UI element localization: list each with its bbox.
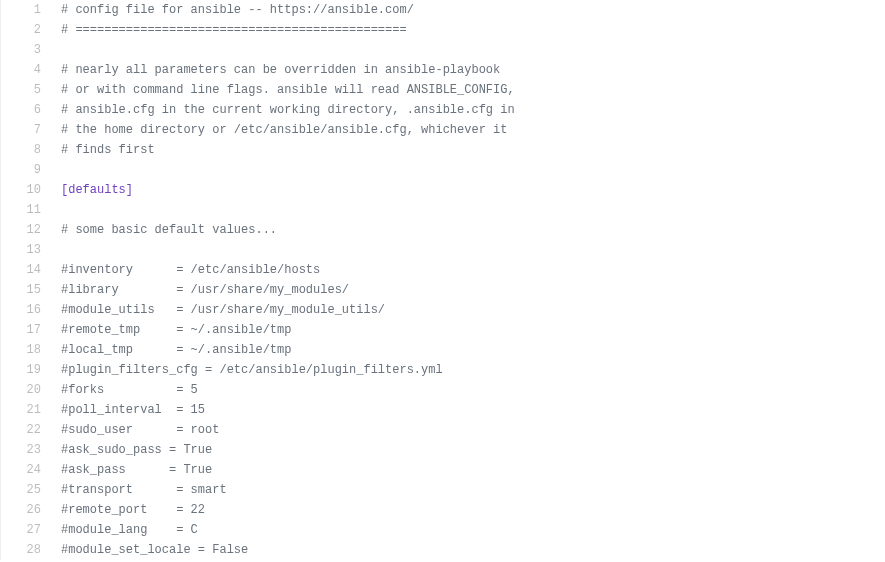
- line-content: #poll_interval = 15: [51, 400, 885, 420]
- line-content: [51, 200, 885, 220]
- code-line: 5# or with command line flags. ansible w…: [1, 80, 885, 100]
- line-number: 7: [1, 120, 51, 140]
- line-content: [51, 240, 885, 260]
- ini-comment: # the home directory or /etc/ansible/ans…: [61, 123, 507, 137]
- line-content: # some basic default values...: [51, 220, 885, 240]
- ini-comment: #remote_tmp = ~/.ansible/tmp: [61, 323, 291, 337]
- ini-comment: #inventory = /etc/ansible/hosts: [61, 263, 320, 277]
- code-line: 14#inventory = /etc/ansible/hosts: [1, 260, 885, 280]
- line-content: #local_tmp = ~/.ansible/tmp: [51, 340, 885, 360]
- line-number: 13: [1, 240, 51, 260]
- line-content: #plugin_filters_cfg = /etc/ansible/plugi…: [51, 360, 885, 380]
- line-content: #remote_port = 22: [51, 500, 885, 520]
- line-content: #module_lang = C: [51, 520, 885, 540]
- ini-comment: # ansible.cfg in the current working dir…: [61, 103, 515, 117]
- code-line: 10[defaults]: [1, 180, 885, 200]
- ini-comment: # some basic default values...: [61, 223, 277, 237]
- code-line: 20#forks = 5: [1, 380, 885, 400]
- line-number: 2: [1, 20, 51, 40]
- line-content: [51, 160, 885, 180]
- ini-comment: #module_set_locale = False: [61, 543, 248, 557]
- ini-comment: # or with command line flags. ansible wi…: [61, 83, 515, 97]
- line-number: 5: [1, 80, 51, 100]
- code-line: 22#sudo_user = root: [1, 420, 885, 440]
- ini-comment: #local_tmp = ~/.ansible/tmp: [61, 343, 291, 357]
- line-number: 23: [1, 440, 51, 460]
- ini-comment: #forks = 5: [61, 383, 198, 397]
- line-content: #remote_tmp = ~/.ansible/tmp: [51, 320, 885, 340]
- code-line: 4# nearly all parameters can be overridd…: [1, 60, 885, 80]
- line-number: 15: [1, 280, 51, 300]
- code-line: 15#library = /usr/share/my_modules/: [1, 280, 885, 300]
- line-content: #library = /usr/share/my_modules/: [51, 280, 885, 300]
- code-line: 24#ask_pass = True: [1, 460, 885, 480]
- ini-comment: # nearly all parameters can be overridde…: [61, 63, 500, 77]
- code-line: 21#poll_interval = 15: [1, 400, 885, 420]
- line-content: [51, 40, 885, 60]
- line-content: [defaults]: [51, 180, 885, 200]
- code-line: 23#ask_sudo_pass = True: [1, 440, 885, 460]
- line-number: 24: [1, 460, 51, 480]
- ini-comment: #library = /usr/share/my_modules/: [61, 283, 349, 297]
- line-number: 12: [1, 220, 51, 240]
- ini-comment: #remote_port = 22: [61, 503, 205, 517]
- line-number: 22: [1, 420, 51, 440]
- line-number: 17: [1, 320, 51, 340]
- ini-comment: #ask_sudo_pass = True: [61, 443, 212, 457]
- ini-comment: #transport = smart: [61, 483, 227, 497]
- line-content: #module_set_locale = False: [51, 540, 885, 560]
- line-number: 1: [1, 0, 51, 20]
- line-number: 3: [1, 40, 51, 60]
- line-number: 20: [1, 380, 51, 400]
- ini-section-header: [defaults]: [61, 183, 133, 197]
- code-line: 7# the home directory or /etc/ansible/an…: [1, 120, 885, 140]
- ini-comment: #module_utils = /usr/share/my_module_uti…: [61, 303, 385, 317]
- line-content: # or with command line flags. ansible wi…: [51, 80, 885, 100]
- line-number: 14: [1, 260, 51, 280]
- line-number: 11: [1, 200, 51, 220]
- code-line: 1# config file for ansible -- https://an…: [1, 0, 885, 20]
- line-number: 25: [1, 480, 51, 500]
- line-number: 27: [1, 520, 51, 540]
- code-line: 6# ansible.cfg in the current working di…: [1, 100, 885, 120]
- line-content: #ask_sudo_pass = True: [51, 440, 885, 460]
- code-line: 18#local_tmp = ~/.ansible/tmp: [1, 340, 885, 360]
- line-number: 21: [1, 400, 51, 420]
- ini-comment: # finds first: [61, 143, 155, 157]
- line-number: 26: [1, 500, 51, 520]
- line-content: # finds first: [51, 140, 885, 160]
- line-number: 4: [1, 60, 51, 80]
- line-number: 6: [1, 100, 51, 120]
- line-number: 10: [1, 180, 51, 200]
- line-content: #module_utils = /usr/share/my_module_uti…: [51, 300, 885, 320]
- line-content: #inventory = /etc/ansible/hosts: [51, 260, 885, 280]
- line-number: 16: [1, 300, 51, 320]
- code-line: 3: [1, 40, 885, 60]
- code-line: 25#transport = smart: [1, 480, 885, 500]
- code-line: 28#module_set_locale = False: [1, 540, 885, 560]
- code-line: 2# =====================================…: [1, 20, 885, 40]
- line-content: #transport = smart: [51, 480, 885, 500]
- code-line: 19#plugin_filters_cfg = /etc/ansible/plu…: [1, 360, 885, 380]
- code-line: 27#module_lang = C: [1, 520, 885, 540]
- line-content: # config file for ansible -- https://ans…: [51, 0, 885, 20]
- line-number: 18: [1, 340, 51, 360]
- ini-comment: #ask_pass = True: [61, 463, 212, 477]
- line-content: #ask_pass = True: [51, 460, 885, 480]
- line-content: #forks = 5: [51, 380, 885, 400]
- code-line: 16#module_utils = /usr/share/my_module_u…: [1, 300, 885, 320]
- line-content: # ansible.cfg in the current working dir…: [51, 100, 885, 120]
- code-line: 17#remote_tmp = ~/.ansible/tmp: [1, 320, 885, 340]
- line-number: 9: [1, 160, 51, 180]
- code-line: 12# some basic default values...: [1, 220, 885, 240]
- ini-comment: #plugin_filters_cfg = /etc/ansible/plugi…: [61, 363, 443, 377]
- code-line: 11: [1, 200, 885, 220]
- code-line: 26#remote_port = 22: [1, 500, 885, 520]
- line-content: #sudo_user = root: [51, 420, 885, 440]
- ini-comment: #module_lang = C: [61, 523, 198, 537]
- line-number: 19: [1, 360, 51, 380]
- ini-comment: #poll_interval = 15: [61, 403, 205, 417]
- ini-comment: # config file for ansible -- https://ans…: [61, 3, 414, 17]
- line-number: 8: [1, 140, 51, 160]
- ini-comment: #sudo_user = root: [61, 423, 219, 437]
